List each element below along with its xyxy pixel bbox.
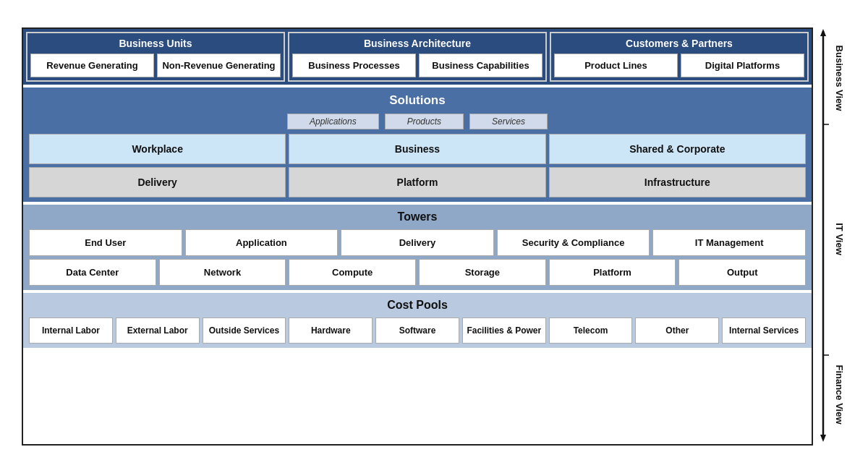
business-section: Business UnitsRevenue GeneratingNon-Reve…: [23, 29, 812, 85]
tower-cell-0-4: IT Management: [652, 229, 806, 256]
solutions-cell-1-2: Infrastructure: [549, 167, 806, 197]
solutions-sub-label-0: Applications: [287, 114, 379, 129]
solutions-cell-0-2: Shared & Corporate: [549, 134, 806, 164]
business-group-items-0: Revenue GeneratingNon-Revenue Generating: [30, 54, 281, 77]
tower-cell-0-2: Delivery: [341, 229, 494, 256]
tower-cell-1-5: Output: [678, 259, 806, 286]
business-item-0-1: Non-Revenue Generating: [157, 54, 281, 77]
tower-cell-0-0: End User: [29, 229, 182, 256]
business-item-1-1: Business Capabilities: [419, 54, 542, 77]
business-view-label: Business View: [834, 46, 845, 112]
tower-cell-1-3: Storage: [419, 259, 546, 286]
solutions-cell-0-1: Business: [289, 134, 545, 164]
costpool-cell-1: External Labor: [116, 318, 200, 344]
business-group-title-2: Customers & Partners: [554, 36, 804, 51]
business-item-2-1: Digital Platforms: [681, 54, 804, 77]
costpool-cell-2: Outside Services: [203, 318, 286, 344]
business-group-2: Customers & PartnersProduct LinesDigital…: [550, 32, 809, 82]
costpool-cell-8: Internal Services: [722, 318, 806, 344]
costpool-cell-4: Software: [375, 318, 459, 344]
costpools-section: Cost PoolsInternal LaborExternal LaborOu…: [23, 293, 812, 348]
svg-marker-1: [820, 29, 826, 36]
tower-cell-0-1: Application: [185, 229, 339, 256]
solutions-row-0: WorkplaceBusinessShared & Corporate: [29, 134, 806, 164]
solutions-cell-0-0: Workplace: [29, 134, 286, 164]
business-item-1-0: Business Processes: [292, 54, 416, 77]
solutions-cell-1-1: Platform: [289, 167, 545, 197]
business-group-items-2: Product LinesDigital Platforms: [554, 54, 804, 77]
costpool-cell-3: Hardware: [289, 318, 373, 344]
business-item-0-0: Revenue Generating: [30, 54, 154, 77]
towers-title: Towers: [29, 209, 806, 226]
solutions-sub-labels: ApplicationsProductsServices: [29, 114, 806, 129]
tower-cell-1-0: Data Center: [29, 259, 156, 286]
finance-view-label: Finance View: [834, 365, 845, 425]
tower-cell-1-1: Network: [159, 259, 286, 286]
business-group-title-0: Business Units: [30, 36, 281, 51]
it-view-label: IT View: [834, 223, 845, 255]
tower-cell-1-2: Compute: [289, 259, 416, 286]
solutions-sub-label-1: Products: [385, 114, 464, 129]
side-labels-svg: Business View IT View Finance View: [816, 27, 846, 446]
solutions-title: Solutions: [29, 92, 806, 111]
main-diagram: Business UnitsRevenue GeneratingNon-Reve…: [22, 27, 813, 446]
solutions-sub-label-2: Services: [469, 114, 548, 129]
solutions-section: SolutionsApplicationsProductsServicesWor…: [23, 88, 812, 202]
diagram-wrapper: Business UnitsRevenue GeneratingNon-Reve…: [22, 27, 846, 446]
costpools-title: Cost Pools: [29, 297, 806, 315]
costpool-cell-6: Telecom: [549, 318, 633, 344]
side-labels: Business View IT View Finance View: [816, 27, 846, 446]
business-group-items-1: Business ProcessesBusiness Capabilities: [292, 54, 542, 77]
solutions-cell-1-0: Delivery: [29, 167, 286, 197]
tower-cell-1-4: Platform: [549, 259, 676, 286]
tower-cell-0-3: Security & Compliance: [497, 229, 650, 256]
svg-marker-2: [820, 435, 826, 442]
costpool-cell-5: Facilities & Power: [462, 318, 546, 344]
business-item-2-0: Product Lines: [554, 54, 678, 77]
towers-section: TowersEnd UserApplicationDeliverySecurit…: [23, 205, 812, 290]
business-group-0: Business UnitsRevenue GeneratingNon-Reve…: [26, 32, 285, 82]
costpools-row: Internal LaborExternal LaborOutside Serv…: [29, 318, 806, 344]
towers-row-1: Data CenterNetworkComputeStoragePlatform…: [29, 259, 806, 286]
solutions-row-1: DeliveryPlatformInfrastructure: [29, 167, 806, 197]
costpool-cell-0: Internal Labor: [29, 318, 113, 344]
towers-row-0: End UserApplicationDeliverySecurity & Co…: [29, 229, 806, 256]
business-group-1: Business ArchitectureBusiness ProcessesB…: [288, 32, 547, 82]
business-group-title-1: Business Architecture: [292, 36, 542, 51]
costpool-cell-7: Other: [635, 318, 719, 344]
